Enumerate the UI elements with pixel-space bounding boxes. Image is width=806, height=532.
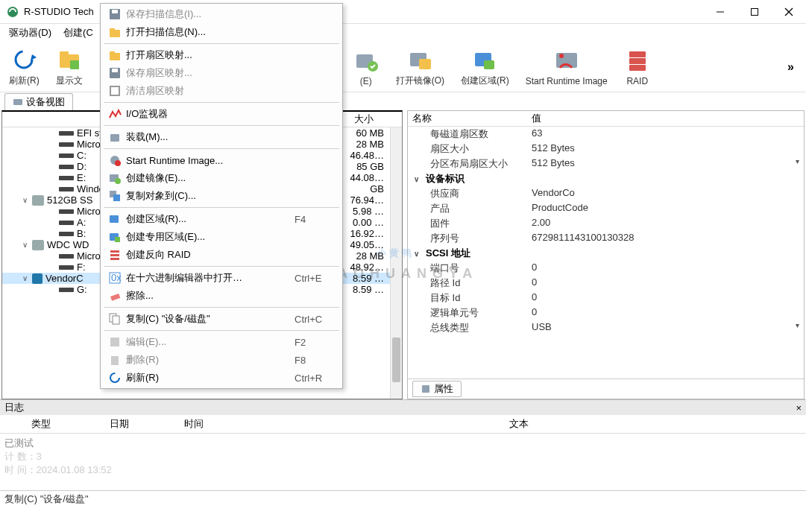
log-col-type[interactable]: 类型	[0, 415, 82, 433]
property-row[interactable]: 扇区大小512 Bytes	[408, 142, 804, 156]
region2-icon	[108, 230, 122, 244]
property-row[interactable]: 目标 Id0	[408, 291, 804, 305]
menu-item[interactable]: 0x在十六进制编辑器中打开…Ctrl+E	[101, 269, 342, 287]
svg-rect-32	[110, 134, 119, 142]
device-label: C:	[77, 150, 86, 161]
property-group[interactable]: ∨设备标识	[408, 171, 804, 186]
property-row[interactable]: 供应商VendorCo	[408, 186, 804, 201]
device-size: GB	[338, 183, 390, 194]
property-group-label: 设备标识	[426, 172, 465, 186]
partition-icon	[59, 176, 74, 180]
properties-grid[interactable]: 每磁道扇区数63扇区大小512 Bytes分区布局扇区大小512 Bytes∨设…	[408, 127, 804, 379]
property-row[interactable]: 固件2.00	[408, 216, 804, 231]
col-value-header[interactable]: 值	[527, 111, 804, 126]
expander-icon[interactable]: ∨	[20, 274, 29, 282]
device-label: VendorC	[45, 273, 84, 284]
property-row[interactable]: 序列号6729811143100130328	[408, 231, 804, 246]
scrollbar[interactable]	[390, 127, 402, 399]
property-value[interactable]: USB	[527, 320, 804, 335]
device-label: WDC WD	[47, 239, 89, 250]
partition-icon	[59, 187, 74, 191]
svg-rect-2	[752, 8, 758, 15]
svg-rect-41	[115, 237, 120, 242]
property-value: 0	[527, 276, 804, 291]
property-row[interactable]: 每磁道扇区数63	[408, 127, 804, 142]
menu-item[interactable]: 复制对象到(C)...	[101, 187, 342, 205]
device-size: 44.08…	[338, 172, 390, 183]
tab-device-view[interactable]: 设备视图	[4, 93, 73, 110]
svg-rect-47	[110, 294, 120, 301]
svg-rect-18	[629, 51, 646, 57]
svg-point-52	[110, 373, 119, 382]
open-image-button[interactable]: 打开镜像(O)	[391, 45, 449, 89]
menu-drives[interactable]: 驱动器(D)	[3, 25, 57, 41]
raid-button[interactable]: RAID	[620, 46, 655, 88]
edit-icon	[108, 335, 122, 349]
log-title-bar[interactable]: 日志 ×	[0, 400, 806, 415]
property-key: 供应商	[408, 186, 527, 201]
tab-properties-label: 属性	[434, 382, 453, 396]
raid-icon	[108, 248, 122, 262]
show-files-button[interactable]: 显示文	[51, 45, 87, 89]
refresh-button[interactable]: 刷新(R)	[4, 45, 44, 89]
log-col-date[interactable]: 日期	[82, 415, 157, 433]
device-view-icon	[13, 97, 23, 107]
menu-item[interactable]: 装载(M)...	[101, 128, 342, 146]
menu-item[interactable]: 创建区域(R)...F4	[101, 210, 342, 228]
svg-rect-22	[422, 385, 429, 393]
menu-item[interactable]: 创建专用区域(E)...	[101, 228, 342, 246]
context-menu[interactable]: 保存扫描信息(I)...打开扫描信息(N)...打开扇区映射...保存扇区映射.…	[100, 3, 343, 389]
device-size: 0.00 …	[338, 217, 390, 228]
col-name-header[interactable]: 名称	[408, 111, 527, 126]
menu-item[interactable]: 复制(C) "设备/磁盘"Ctrl+C	[101, 310, 342, 328]
log-col-time[interactable]: 时间	[157, 415, 231, 433]
property-value: 0	[527, 305, 804, 320]
property-group[interactable]: ∨SCSI 地址	[408, 246, 804, 261]
menu-item-shortcut: F2	[295, 337, 339, 348]
scroll-thumb[interactable]	[392, 338, 400, 382]
hidden-e-button[interactable]: (E)	[348, 46, 384, 88]
start-runtime-button[interactable]: Start Runtime Image	[521, 46, 612, 88]
menu-item[interactable]: 打开扫描信息(N)...	[101, 23, 342, 41]
menu-item[interactable]: 打开扇区映射...	[101, 46, 342, 64]
device-size: 28 MB	[338, 250, 390, 262]
col-size-header[interactable]: 大小	[350, 112, 402, 127]
property-row[interactable]: 总线类型USB	[408, 320, 804, 335]
menu-item[interactable]: Start Runtime Image...	[101, 151, 342, 169]
menu-item-label: 保存扇区映射...	[126, 66, 295, 80]
menu-item[interactable]: 创建反向 RAID	[101, 246, 342, 264]
log-line-3: 时 间：2024.01.08 13:52	[4, 463, 802, 477]
menu-item-label: 创建反向 RAID	[126, 248, 295, 262]
toolbar-overflow-button[interactable]: »	[780, 60, 802, 74]
device-label: G:	[77, 284, 87, 295]
close-button[interactable]	[772, 0, 806, 24]
menu-item-shortcut: Ctrl+C	[295, 314, 339, 325]
partition-icon	[59, 142, 74, 147]
refresh-icon	[10, 46, 37, 73]
property-value[interactable]: 512 Bytes	[527, 156, 804, 171]
property-row[interactable]: 端口号0	[408, 261, 804, 276]
menu-item[interactable]: 擦除...	[101, 287, 342, 305]
tab-properties[interactable]: 属性	[412, 381, 462, 397]
device-size: 48.92…	[338, 262, 390, 273]
expander-icon[interactable]: ∨	[20, 241, 29, 249]
property-row[interactable]: 产品ProductCode	[408, 201, 804, 216]
menu-item-shortcut: F4	[295, 214, 339, 225]
minimize-button[interactable]	[703, 0, 737, 24]
log-col-text[interactable]: 文本	[231, 415, 806, 433]
log-close-button[interactable]: ×	[796, 402, 802, 414]
property-row[interactable]: 路径 Id0	[408, 276, 804, 291]
menu-item[interactable]: 创建镜像(E)...	[101, 169, 342, 187]
expander-icon[interactable]: ∨	[20, 196, 29, 204]
menu-item[interactable]: I/O监视器	[101, 105, 342, 123]
device-label: D:	[77, 161, 86, 172]
create-region-button[interactable]: 创建区域(R)	[456, 45, 514, 89]
maximize-button[interactable]	[737, 0, 772, 24]
log-columns: 类型 日期 时间 文本	[0, 415, 806, 434]
property-row[interactable]: 逻辑单元号0	[408, 305, 804, 320]
menu-item[interactable]: 刷新(R)Ctrl+R	[101, 369, 342, 387]
monitor-icon	[108, 107, 122, 121]
property-row[interactable]: 分区布局扇区大小512 Bytes	[408, 156, 804, 171]
menu-create[interactable]: 创建(C	[57, 25, 99, 41]
svg-rect-38	[113, 194, 120, 201]
